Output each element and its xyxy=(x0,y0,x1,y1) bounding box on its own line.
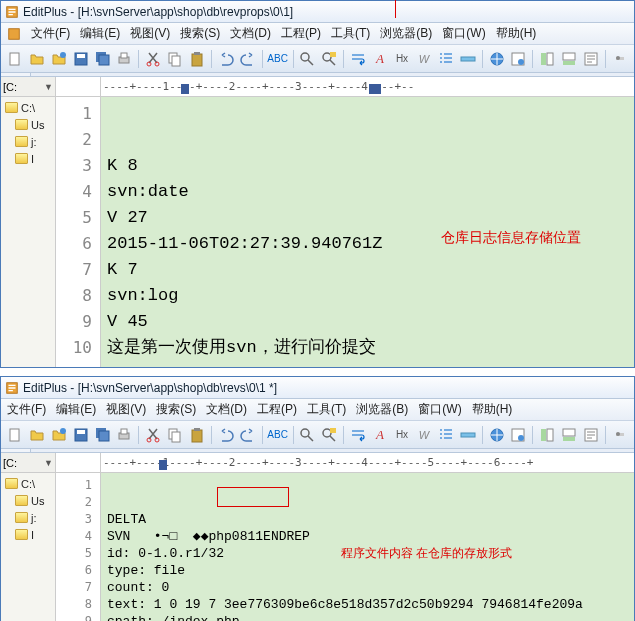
new-file-button[interactable] xyxy=(5,48,25,70)
hex-button[interactable]: Hx xyxy=(392,424,412,446)
cut-button[interactable] xyxy=(143,48,163,70)
ruler-button[interactable] xyxy=(458,48,478,70)
undo-button[interactable] xyxy=(216,424,236,446)
folder-item[interactable]: Us xyxy=(1,116,55,133)
menu-document[interactable]: 文档(D) xyxy=(206,401,247,418)
menu-document[interactable]: 文档(D) xyxy=(230,25,271,42)
svg-point-29 xyxy=(616,56,620,60)
menu-edit[interactable]: 编辑(E) xyxy=(80,25,120,42)
redo-button[interactable] xyxy=(238,48,258,70)
open-button[interactable] xyxy=(27,48,47,70)
view-dir-button[interactable] xyxy=(537,48,557,70)
view-cliptext-button[interactable] xyxy=(581,424,601,446)
save-button[interactable] xyxy=(71,424,91,446)
svg-rect-24 xyxy=(547,53,553,65)
folder-tree[interactable]: C:\ Us j: I xyxy=(1,473,55,621)
save-all-button[interactable] xyxy=(93,48,113,70)
folder-item[interactable]: j: xyxy=(1,133,55,150)
preview-button[interactable] xyxy=(508,424,528,446)
drive-selector[interactable]: [C:▼ xyxy=(1,453,55,473)
svg-rect-1 xyxy=(9,28,20,39)
wordwrap-button[interactable] xyxy=(348,48,368,70)
menu-view[interactable]: 视图(V) xyxy=(106,401,146,418)
folder-item[interactable]: I xyxy=(1,150,55,167)
titlebar[interactable]: EditPlus - [H:\svnServer\app\shop\db\rev… xyxy=(1,377,634,399)
new-file-button[interactable] xyxy=(5,424,25,446)
ruler-marker xyxy=(159,460,167,470)
open-remote-button[interactable] xyxy=(49,48,69,70)
folder-item[interactable]: Us xyxy=(1,492,55,509)
spellcheck-button[interactable]: ABC xyxy=(267,424,289,446)
doc-tab[interactable] xyxy=(1,449,31,452)
menu-help[interactable]: 帮助(H) xyxy=(472,401,513,418)
menu-window[interactable]: 窗口(W) xyxy=(418,401,461,418)
whitespace-button[interactable]: W xyxy=(414,424,434,446)
redo-button[interactable] xyxy=(238,424,258,446)
open-button[interactable] xyxy=(27,424,47,446)
menu-tools[interactable]: 工具(T) xyxy=(307,401,346,418)
whitespace-button[interactable]: W xyxy=(414,48,434,70)
find-button[interactable] xyxy=(298,48,318,70)
save-all-button[interactable] xyxy=(93,424,113,446)
menu-browser[interactable]: 浏览器(B) xyxy=(356,401,408,418)
svg-rect-44 xyxy=(194,428,200,431)
folder-item[interactable]: I xyxy=(1,526,55,543)
menu-search[interactable]: 搜索(S) xyxy=(180,25,220,42)
menu-view[interactable]: 视图(V) xyxy=(130,25,170,42)
browser-button[interactable] xyxy=(487,424,507,446)
code-line: svn:log xyxy=(107,283,628,309)
browser-button[interactable] xyxy=(487,48,507,70)
save-button[interactable] xyxy=(71,48,91,70)
folder-tree[interactable]: C:\ Us j: I xyxy=(1,97,55,367)
spellcheck-button[interactable]: ABC xyxy=(267,48,289,70)
ruler-marker xyxy=(369,84,381,94)
view-dir-button[interactable] xyxy=(537,424,557,446)
open-remote-button[interactable] xyxy=(49,424,69,446)
preview-button[interactable] xyxy=(508,48,528,70)
code-content[interactable]: K 8svn:dateV 272015-11-06T02:27:39.94076… xyxy=(101,97,634,367)
copy-button[interactable] xyxy=(165,424,185,446)
find-files-button[interactable] xyxy=(319,48,339,70)
menu-search[interactable]: 搜索(S) xyxy=(156,401,196,418)
paste-button[interactable] xyxy=(187,48,207,70)
view-cliptext-button[interactable] xyxy=(581,48,601,70)
menu-edit[interactable]: 编辑(E) xyxy=(56,401,96,418)
paste-button[interactable] xyxy=(187,424,207,446)
menu-browser[interactable]: 浏览器(B) xyxy=(380,25,432,42)
wordwrap-button[interactable] xyxy=(348,424,368,446)
hex-button[interactable]: Hx xyxy=(392,48,412,70)
folder-item[interactable]: C:\ xyxy=(1,475,55,492)
ruler-button[interactable] xyxy=(458,424,478,446)
settings-button[interactable] xyxy=(610,424,630,446)
print-button[interactable] xyxy=(115,424,135,446)
view-output-button[interactable] xyxy=(559,48,579,70)
font-button[interactable]: A xyxy=(370,424,390,446)
menu-file[interactable]: 文件(F) xyxy=(7,401,46,418)
menu-help[interactable]: 帮助(H) xyxy=(496,25,537,42)
body-area: [C:▼ C:\ Us j: I ----+----1----+----2---… xyxy=(1,77,634,367)
menu-project[interactable]: 工程(P) xyxy=(281,25,321,42)
separator xyxy=(532,426,533,444)
settings-button[interactable] xyxy=(610,48,630,70)
folder-icon xyxy=(15,495,28,506)
menu-tools[interactable]: 工具(T) xyxy=(331,25,370,42)
menu-project[interactable]: 工程(P) xyxy=(257,401,297,418)
find-button[interactable] xyxy=(298,424,318,446)
menu-window[interactable]: 窗口(W) xyxy=(442,25,485,42)
find-files-button[interactable] xyxy=(319,424,339,446)
linenumber-button[interactable] xyxy=(436,424,456,446)
copy-button[interactable] xyxy=(165,48,185,70)
code-content[interactable]: DELTASVN •¬□ ◆◆php0811ENDREPid: 0-1.0.r1… xyxy=(101,473,634,621)
menu-file[interactable]: 文件(F) xyxy=(31,25,70,42)
titlebar[interactable]: EditPlus - [H:\svnServer\app\shop\db\rev… xyxy=(1,1,634,23)
cut-button[interactable] xyxy=(143,424,163,446)
undo-button[interactable] xyxy=(216,48,236,70)
font-button[interactable]: A xyxy=(370,48,390,70)
doc-tab[interactable] xyxy=(1,73,31,76)
view-output-button[interactable] xyxy=(559,424,579,446)
print-button[interactable] xyxy=(115,48,135,70)
linenumber-button[interactable] xyxy=(436,48,456,70)
folder-item[interactable]: C:\ xyxy=(1,99,55,116)
folder-item[interactable]: j: xyxy=(1,509,55,526)
drive-selector[interactable]: [C:▼ xyxy=(1,77,55,97)
